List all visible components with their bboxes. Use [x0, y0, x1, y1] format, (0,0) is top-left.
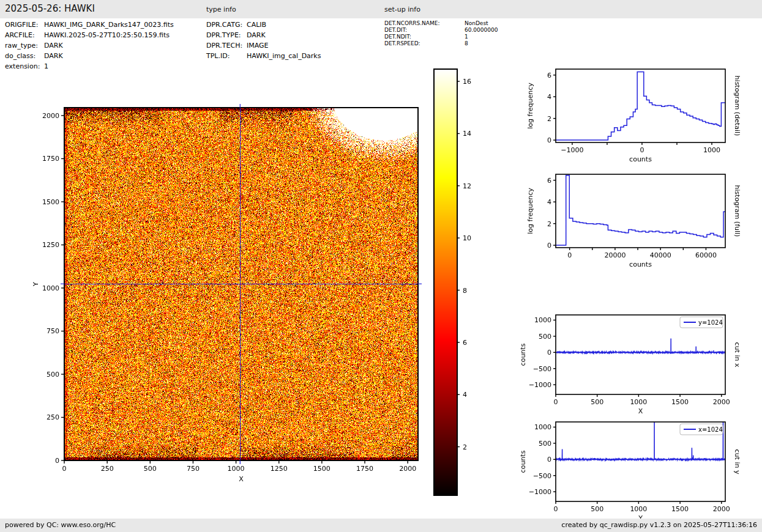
tick-label: 0 — [567, 251, 572, 259]
info-label: ARCFILE: — [5, 31, 44, 39]
tick-label: 500 — [591, 398, 603, 406]
tick-label: 1000 — [630, 398, 647, 406]
colorbar-tick-label: 14 — [463, 130, 471, 138]
tick-label: 2000 — [713, 505, 730, 513]
cut_in_x-legend-label: y=1024 — [698, 319, 723, 326]
histogram_full-xlabel: counts — [629, 260, 652, 268]
tick-label: 2000 — [399, 465, 416, 473]
file-info-row: ORIGFILE:HAWKI_IMG_DARK_Darks147_0023.fi… — [5, 21, 174, 29]
type-info-row: TPL.ID:HAWKI_img_cal_Darks — [206, 52, 321, 60]
info-label: DET.NDIT: — [384, 34, 465, 40]
tick-label: 1750 — [42, 155, 59, 163]
info-label: DET.RSPEED: — [384, 40, 465, 46]
info-value: HAWKI.2025-05-27T10:25:50.159.fits — [44, 31, 170, 39]
setup-info-row: DET.DIT:60.0000000 — [384, 27, 498, 33]
header-strip: 2025-05-26: HAWKI type info set-up info — [0, 0, 762, 18]
type-info-row: DPR.TYPE:DARK — [206, 31, 266, 39]
tick-label: 1000 — [630, 505, 647, 513]
histogram_full-right-label: histogram (full) — [733, 185, 741, 237]
tick-label: 1250 — [271, 465, 288, 473]
cut_in_x-legend — [680, 317, 723, 328]
tick-label: 1000 — [534, 423, 551, 431]
tick-label: −1000 — [561, 146, 583, 154]
tick-label: 500 — [591, 505, 603, 513]
tick-label: 0 — [547, 136, 551, 144]
cut_in_x-right-label: cut in x — [733, 342, 741, 368]
colorbar-tick-label: 16 — [463, 78, 471, 86]
file-info-row: do_class:DARK — [5, 52, 63, 60]
setup-info-row: DET.NDIT:1 — [384, 34, 468, 40]
tick-label: 1250 — [42, 241, 59, 249]
tick-label: 0 — [547, 349, 551, 357]
info-label: ORIGFILE: — [5, 21, 44, 29]
cut_in_y-axes — [556, 422, 725, 501]
colorbar-tick-label: 10 — [463, 234, 471, 242]
tick-label: 500 — [144, 465, 157, 473]
tick-label: 2 — [547, 220, 551, 228]
tick-label: 2000 — [42, 112, 59, 120]
tick-label: 1000 — [534, 316, 551, 324]
info-value: 1 — [44, 62, 48, 70]
tick-label: 1000 — [42, 284, 59, 292]
colorbar-tick-label: 6 — [463, 339, 467, 347]
colorbar — [434, 69, 457, 495]
file-info-row: ARCFILE:HAWKI.2025-05-27T10:25:50.159.fi… — [5, 31, 170, 39]
cut_in_x-ylabel: counts — [519, 343, 527, 366]
tick-label: 20000 — [604, 251, 626, 259]
colorbar-tick-label: 12 — [463, 182, 471, 190]
histogram_detail-ylabel: log frequency — [526, 83, 534, 129]
info-label: extension: — [5, 62, 44, 70]
setup-info-heading: set-up info — [384, 6, 420, 13]
info-label: DPR.TECH: — [206, 42, 247, 50]
tick-label: 6 — [547, 72, 551, 79]
tick-label: 2 — [547, 115, 551, 123]
raw-image-canvas — [64, 108, 418, 460]
info-label: TPL.ID: — [206, 52, 247, 60]
cut_in_x-line — [556, 339, 725, 354]
raw-image-ylabel: Y — [32, 282, 40, 287]
histogram_detail-xlabel: counts — [629, 155, 652, 163]
type-info-row: DPR.CATG:CALIB — [206, 21, 266, 29]
page-title: 2025-05-26: HAWKI — [5, 3, 95, 14]
histogram_detail-right-label: histogram (detail) — [733, 76, 741, 136]
info-label: do_class: — [5, 52, 44, 60]
tick-label: 0 — [640, 146, 644, 154]
tick-label: 0 — [554, 505, 558, 513]
info-value: IMAGE — [247, 42, 269, 50]
tick-label: −1000 — [529, 381, 551, 389]
tick-label: 0 — [554, 398, 558, 406]
histogram_full-axes — [556, 174, 725, 248]
tick-label: 4 — [547, 198, 551, 206]
tick-label: 0 — [62, 465, 67, 473]
tick-label: 750 — [47, 327, 59, 335]
info-value: CALIB — [247, 21, 266, 29]
tick-label: 40000 — [650, 251, 671, 259]
histogram_detail-line — [556, 72, 725, 140]
info-label: DPR.TYPE: — [206, 31, 247, 39]
info-value: NonDest — [465, 20, 488, 26]
info-label: DET.DIT: — [384, 27, 465, 33]
type-info-row: DPR.TECH:IMAGE — [206, 42, 269, 50]
tick-label: 500 — [47, 371, 59, 379]
cut_in_y-legend-label: x=1024 — [698, 426, 723, 433]
info-label: DPR.CATG: — [206, 21, 247, 29]
file-info-row: raw_type:DARK — [5, 42, 63, 50]
cut_in_x-axes — [556, 315, 725, 394]
tick-label: −500 — [533, 365, 551, 373]
tick-label: 0 — [55, 457, 59, 465]
tick-label: 1000 — [228, 465, 245, 473]
tick-label: 500 — [539, 333, 551, 341]
cut_in_y-right-label: cut in y — [733, 449, 741, 475]
tick-label: 0 — [547, 456, 551, 464]
cut_in_y-legend — [680, 424, 723, 435]
tick-label: 60000 — [695, 251, 717, 259]
setup-info-row: DET.NCORRS.NAME:NonDest — [384, 20, 488, 26]
info-value: HAWKI_img_cal_Darks — [247, 52, 321, 60]
setup-info-row: DET.RSPEED:8 — [384, 40, 468, 46]
tick-label: 1500 — [313, 465, 331, 473]
tick-label: 250 — [101, 465, 114, 473]
cut_in_y-line — [556, 408, 725, 461]
cut_in_y-ylabel: counts — [519, 450, 527, 473]
info-value: 1 — [465, 34, 468, 40]
tick-label: 750 — [187, 465, 200, 473]
